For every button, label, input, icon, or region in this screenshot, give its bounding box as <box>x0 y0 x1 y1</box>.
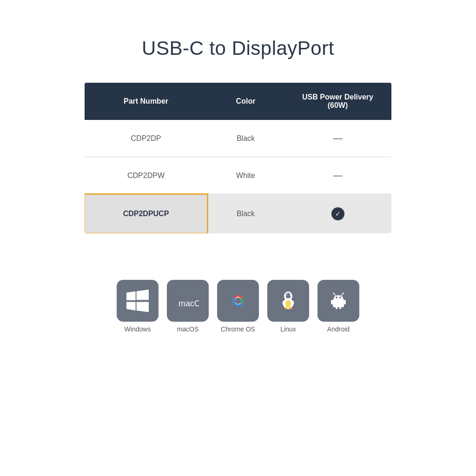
table-row: CDP2DPW White — <box>85 157 391 194</box>
svg-point-3 <box>236 298 240 303</box>
svg-point-11 <box>285 300 291 308</box>
page-container: USB-C to DisplayPort Part Number Color U… <box>0 0 476 476</box>
col-header-power: USB Power Delivery (60W) <box>284 83 391 120</box>
svg-point-8 <box>287 295 288 296</box>
table-header: Part Number Color USB Power Delivery (60… <box>85 83 391 120</box>
color-cell: White <box>207 157 284 194</box>
dash-icon: — <box>333 170 343 180</box>
svg-rect-18 <box>344 300 346 304</box>
svg-line-21 <box>333 293 335 295</box>
windows-icon-box <box>117 280 159 322</box>
power-cell: — <box>284 157 391 194</box>
page-title: USB-C to DisplayPort <box>142 37 334 60</box>
windows-icon <box>126 290 149 312</box>
svg-rect-20 <box>339 306 341 309</box>
svg-point-23 <box>336 297 337 298</box>
check-icon: ✓ <box>331 207 344 220</box>
part-number-cell-highlighted: CDP2DPUCP <box>85 194 207 234</box>
os-compatibility-section: Windows macOS macOS <box>117 280 359 333</box>
power-cell: — <box>284 120 391 157</box>
table-row: CDP2DP Black — <box>85 120 391 157</box>
os-item-chromeos: Chrome OS <box>217 280 259 333</box>
svg-text:macOS: macOS <box>178 299 199 308</box>
android-icon <box>327 290 350 312</box>
android-label: Android <box>327 325 350 333</box>
part-number-cell: CDP2DP <box>85 120 207 157</box>
color-cell: Black <box>207 120 284 157</box>
linux-label: Linux <box>280 325 296 333</box>
android-icon-box <box>317 280 359 322</box>
os-item-linux: Linux <box>267 280 309 333</box>
chromeos-icon <box>227 290 249 312</box>
comparison-table: Part Number Color USB Power Delivery (60… <box>85 83 391 233</box>
windows-label: Windows <box>125 325 151 333</box>
comparison-table-wrapper: Part Number Color USB Power Delivery (60… <box>85 83 391 233</box>
dash-icon: — <box>333 133 343 143</box>
linux-icon <box>277 290 299 312</box>
macos-icon-box: macOS <box>167 280 209 322</box>
os-item-windows: Windows <box>117 280 159 333</box>
linux-icon-box <box>267 280 309 322</box>
col-header-color: Color <box>207 83 284 120</box>
part-number-cell: CDP2DPW <box>85 157 207 194</box>
svg-rect-16 <box>333 299 344 307</box>
col-header-part-number: Part Number <box>85 83 207 120</box>
svg-rect-19 <box>336 306 337 309</box>
svg-line-22 <box>342 293 344 295</box>
chromeos-icon-box <box>217 280 259 322</box>
table-row-highlighted: CDP2DPUCP Black ✓ <box>85 194 391 234</box>
os-item-macos: macOS macOS <box>167 280 209 333</box>
os-item-android: Android <box>317 280 359 333</box>
highlighted-part-number: CDP2DPUCP <box>123 210 169 218</box>
power-cell-check: ✓ <box>284 194 391 234</box>
svg-point-24 <box>339 297 341 298</box>
macos-icon: macOS <box>177 290 199 312</box>
svg-rect-17 <box>331 300 333 304</box>
macos-label: macOS <box>177 325 199 333</box>
table-body: CDP2DP Black — CDP2DPW White — CDP2DPUCP… <box>85 120 391 233</box>
color-cell-highlighted: Black <box>207 194 284 234</box>
svg-point-9 <box>290 295 291 296</box>
chromeos-label: Chrome OS <box>221 325 255 333</box>
